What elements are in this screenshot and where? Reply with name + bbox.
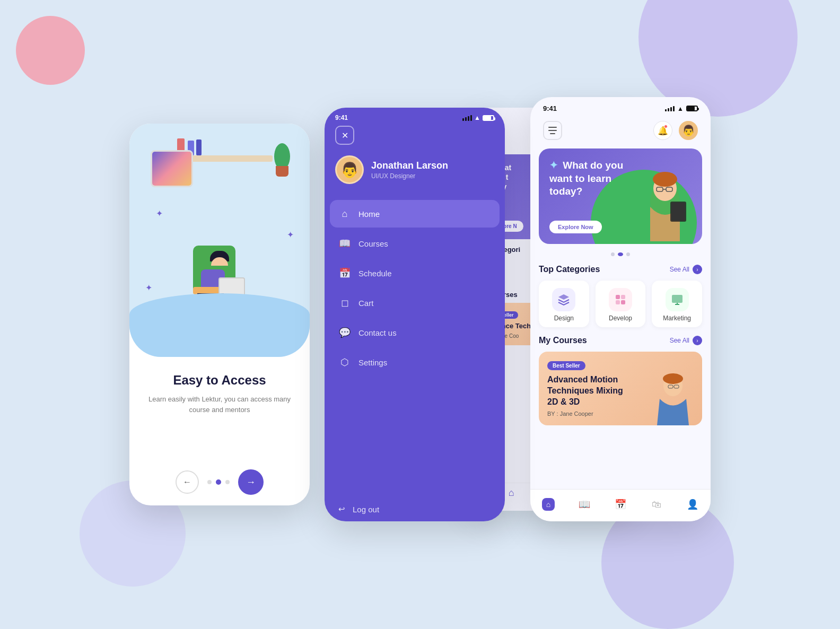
design-svg — [557, 293, 570, 306]
p3-avatar[interactable]: 👨 — [679, 121, 698, 140]
svg-point-14 — [663, 373, 683, 384]
p3-menu-line-1 — [548, 127, 557, 128]
course-title: Advanced MotionTechniques Mixing2D & 3D — [547, 374, 643, 407]
nav-home[interactable]: ⌂ — [538, 496, 559, 513]
courses-section-header: My Courses See All › — [530, 336, 711, 352]
battery-fill — [484, 116, 491, 120]
menu-label-cart: Cart — [358, 299, 373, 308]
p3-banner-text: ✦ What do youwant to learntoday? — [549, 159, 623, 198]
wifi-icon: ▲ — [474, 114, 480, 121]
p3-bottom-nav: ⌂ 📖 📅 🛍 👤 — [530, 489, 711, 521]
design-icon — [552, 288, 575, 311]
nav-cart-icon: 🛍 — [650, 498, 663, 511]
courses-title: My Courses — [539, 336, 587, 345]
courses-see-all[interactable]: See All › — [670, 336, 702, 345]
next-button[interactable]: → — [238, 469, 264, 495]
categories-list: Design Develop — [530, 281, 711, 336]
menu-item-settings[interactable]: ⬡ Settings — [330, 348, 500, 376]
p3-dot-2[interactable] — [618, 252, 623, 256]
sparkle-3: ✦ — [145, 283, 152, 293]
logout-button[interactable]: ↩ Log out — [325, 497, 505, 521]
phone1-content: Easy to Access Learn easily with Lektur,… — [129, 357, 310, 505]
teacher-svg — [633, 159, 697, 244]
menu-item-courses[interactable]: 📖 Courses — [330, 230, 500, 257]
p3-menu-line-3 — [550, 133, 555, 134]
p3-menu-button[interactable] — [543, 121, 562, 140]
dot-2[interactable] — [216, 479, 221, 485]
svg-rect-11 — [621, 300, 625, 304]
dot-3[interactable] — [225, 480, 230, 484]
nav-schedule-icon: 📅 — [614, 498, 627, 511]
phone2-profile: 👨 Jonathan Larson UI/UX Designer — [325, 155, 505, 200]
courses-see-all-arrow: › — [693, 336, 702, 345]
course-person-svg — [649, 367, 697, 425]
p3-dot-3[interactable] — [626, 252, 630, 256]
illus-plant-pot — [276, 166, 288, 177]
illus-wave — [129, 293, 310, 357]
close-button[interactable]: ✕ — [335, 126, 354, 145]
profile-avatar: 👨 — [335, 155, 364, 184]
prev-button[interactable]: ← — [176, 470, 199, 494]
phone3-container: 9:41 ▲▲ 🔋 ✦Whatwant ttoday — [520, 97, 711, 532]
menu-item-contact[interactable]: 💬 Contact us — [330, 319, 500, 346]
develop-icon — [609, 288, 632, 311]
nav-cart[interactable]: 🛍 — [646, 496, 667, 513]
p3-status-right: ▲ — [665, 105, 698, 112]
p3-wifi-icon: ▲ — [677, 105, 684, 112]
sparkle-2: ✦ — [287, 230, 294, 240]
phone2-time: 9:41 — [335, 114, 348, 121]
svg-point-2 — [653, 172, 677, 187]
bg-nav-home[interactable]: ⌂ — [509, 487, 514, 499]
phone2: 9:41 ▲ ✕ 👨 — [325, 108, 505, 521]
dot-1[interactable] — [207, 480, 212, 484]
phone1-title: Easy to Access — [173, 373, 266, 388]
p3-explore-button[interactable]: Explore Now — [549, 221, 602, 233]
marketing-label: Marketing — [663, 314, 691, 322]
phone2-status-icons: ▲ — [462, 114, 494, 121]
category-develop[interactable]: Develop — [596, 281, 646, 327]
develop-svg — [614, 293, 627, 306]
nav-courses[interactable]: 📖 — [574, 496, 595, 513]
marketing-svg — [671, 293, 684, 306]
svg-rect-8 — [616, 295, 620, 299]
p3-menu-line-2 — [548, 130, 557, 131]
p3-avatar-emoji: 👨 — [682, 124, 695, 137]
illus-plant-leaves — [274, 141, 290, 167]
logout-icon: ↩ — [338, 504, 345, 514]
nav-courses-icon: 📖 — [578, 498, 591, 511]
menu-item-schedule[interactable]: 📅 Schedule — [330, 259, 500, 287]
nav-schedule[interactable]: 📅 — [610, 496, 631, 513]
p3-banner-person — [633, 159, 697, 244]
signal-icon — [462, 115, 472, 121]
category-design[interactable]: Design — [539, 281, 589, 327]
p3-battery-icon — [686, 106, 698, 111]
phone1: ✦ ✦ ✦ — [129, 124, 310, 505]
nav-profile[interactable]: 👤 — [682, 496, 703, 513]
phone2-status: 9:41 ▲ — [325, 108, 505, 126]
menu-label-home: Home — [358, 209, 380, 219]
category-marketing[interactable]: Marketing — [652, 281, 702, 327]
menu-label-courses: Courses — [358, 239, 388, 248]
menu-item-home[interactable]: ⌂ Home — [330, 200, 500, 228]
menu-item-cart[interactable]: ◻ Cart — [330, 289, 500, 317]
sparkle-1: ✦ — [156, 208, 163, 219]
next-icon: → — [246, 477, 256, 488]
p3-dot-1[interactable] — [611, 252, 615, 256]
course-card: Best Seller Advanced MotionTechniques Mi… — [539, 352, 702, 425]
cart-icon: ◻ — [338, 296, 351, 309]
svg-rect-12 — [672, 295, 682, 303]
profile-role: UI/UX Designer — [371, 172, 448, 180]
profile-name: Jonathan Larson — [371, 160, 448, 171]
categories-see-all[interactable]: See All › — [670, 265, 702, 274]
courses-icon: 📖 — [338, 237, 351, 250]
phone2-menu: ⌂ Home 📖 Courses 📅 Schedule ◻ Cart 💬 Con… — [325, 200, 505, 486]
p3-banner: ✦ What do youwant to learntoday? — [539, 148, 702, 244]
close-icon: ✕ — [342, 130, 348, 141]
svg-rect-10 — [616, 300, 620, 304]
p3-carousel-dots — [530, 252, 711, 256]
p3-bell-button[interactable]: 🔔 — [653, 121, 672, 140]
logout-label: Log out — [353, 505, 379, 514]
settings-icon: ⬡ — [338, 356, 351, 369]
phone1-subtitle: Learn easily with Lektur, you can access… — [140, 394, 299, 415]
p3-header-right: 🔔 👨 — [653, 121, 698, 140]
